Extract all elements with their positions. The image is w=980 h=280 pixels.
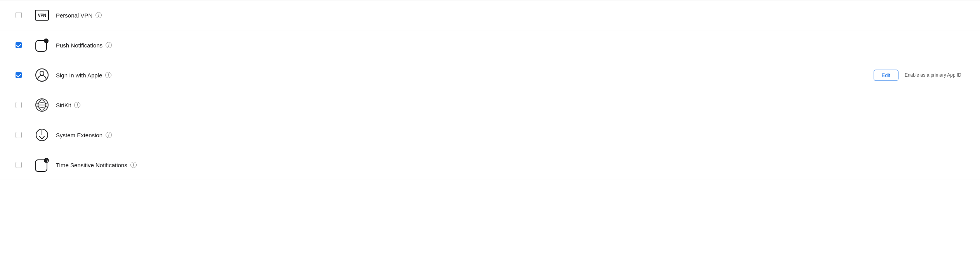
time-sensitive-dot — [44, 158, 49, 163]
sign-in-apple-svg — [35, 68, 49, 82]
sign-in-apple-icon — [34, 67, 50, 83]
capability-name-push-notifications: Push Notifications — [56, 42, 103, 49]
svg-point-1 — [40, 71, 44, 75]
checkbox-personal-vpn[interactable] — [16, 12, 22, 18]
icon-cell-personal-vpn: VPN — [28, 7, 56, 23]
checkbox-cell-sirikit — [9, 102, 28, 108]
capability-row-personal-vpn: VPN Personal VPN i — [0, 0, 980, 30]
icon-cell-sirikit — [28, 97, 56, 113]
checkbox-cell-time-sensitive — [9, 162, 28, 168]
edit-button-sign-in-apple[interactable]: Edit — [874, 70, 898, 81]
info-icon-sirikit[interactable]: i — [74, 102, 80, 108]
info-icon-system-extension[interactable]: i — [106, 132, 112, 138]
time-sensitive-icon — [34, 157, 50, 173]
checkbox-time-sensitive[interactable] — [16, 162, 22, 168]
checkbox-cell-push-notifications — [9, 42, 28, 48]
vpn-icon: VPN — [34, 7, 50, 23]
capabilities-list: VPN Personal VPN i Push Notifications i — [0, 0, 980, 180]
checkbox-cell-personal-vpn — [9, 12, 28, 18]
push-notifications-icon — [34, 37, 50, 53]
capability-name-system-extension: System Extension — [56, 132, 103, 138]
capability-name-cell-push-notifications: Push Notifications i — [56, 42, 971, 49]
vpn-icon-box: VPN — [35, 10, 49, 21]
note-sign-in-apple: Enable as a primary App ID — [905, 72, 961, 79]
capability-row-system-extension: System Extension i — [0, 120, 980, 150]
checkbox-sirikit[interactable] — [16, 102, 22, 108]
checkbox-cell-sign-in-apple — [9, 72, 28, 78]
capability-name-cell-personal-vpn: Personal VPN i — [56, 12, 971, 19]
info-icon-personal-vpn[interactable]: i — [96, 12, 102, 18]
capability-name-time-sensitive: Time Sensitive Notifications — [56, 162, 127, 168]
capability-name-personal-vpn: Personal VPN — [56, 12, 92, 19]
capability-row-sign-in-apple: Sign In with Apple i Edit Enable as a pr… — [0, 60, 980, 90]
info-icon-sign-in-apple[interactable]: i — [105, 72, 111, 78]
info-icon-time-sensitive[interactable]: i — [130, 162, 137, 168]
push-notif-icon-graphic — [35, 38, 49, 52]
capability-name-cell-sirikit: SiriKit i — [56, 102, 971, 108]
system-extension-icon — [34, 127, 50, 143]
icon-cell-sign-in-apple — [28, 67, 56, 83]
capability-name-cell-system-extension: System Extension i — [56, 132, 971, 138]
icon-cell-push-notifications — [28, 37, 56, 53]
sirikit-icon — [34, 97, 50, 113]
push-notif-dot — [44, 38, 49, 43]
checkbox-push-notifications[interactable] — [16, 42, 22, 48]
checkbox-cell-system-extension — [9, 132, 28, 138]
checkbox-system-extension[interactable] — [16, 132, 22, 138]
sirikit-svg — [35, 98, 49, 112]
icon-cell-system-extension — [28, 127, 56, 143]
system-extension-svg — [35, 128, 49, 142]
capability-name-sirikit: SiriKit — [56, 102, 71, 108]
capability-name-cell-sign-in-apple: Sign In with Apple i — [56, 72, 874, 79]
capability-row-push-notifications: Push Notifications i — [0, 30, 980, 60]
icon-cell-time-sensitive — [28, 157, 56, 173]
capability-row-time-sensitive: Time Sensitive Notifications i — [0, 150, 980, 180]
checkbox-sign-in-apple[interactable] — [16, 72, 22, 78]
capability-row-sirikit: SiriKit i — [0, 90, 980, 120]
time-sensitive-icon-graphic — [35, 158, 49, 172]
capability-name-cell-time-sensitive: Time Sensitive Notifications i — [56, 162, 971, 168]
info-icon-push-notifications[interactable]: i — [106, 42, 112, 48]
action-cell-sign-in-apple: Edit Enable as a primary App ID — [874, 70, 971, 81]
capability-name-sign-in-apple: Sign In with Apple — [56, 72, 102, 79]
